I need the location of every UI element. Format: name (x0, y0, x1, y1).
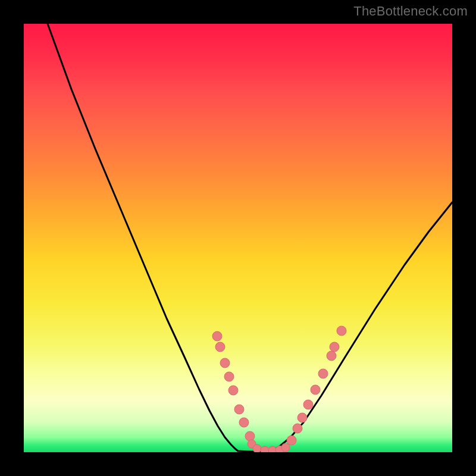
bottleneck-curve (48, 24, 452, 452)
data-marker (298, 413, 307, 422)
data-marker (220, 358, 230, 368)
data-marker (318, 369, 328, 378)
data-marker (330, 342, 339, 352)
data-marker (215, 342, 225, 352)
chart-frame: TheBottleneck.com (0, 0, 476, 476)
data-marker (327, 351, 336, 361)
data-marker (245, 431, 255, 441)
watermark-text: TheBottleneck.com (353, 4, 468, 19)
series-lines (48, 24, 452, 452)
data-marker (239, 418, 249, 427)
data-marker (287, 436, 296, 445)
data-marker (212, 331, 222, 341)
data-marker (293, 424, 302, 433)
data-marker (281, 443, 290, 452)
data-marker (303, 400, 313, 409)
data-marker (228, 386, 238, 395)
data-marker (337, 326, 346, 336)
data-marker (261, 446, 269, 452)
data-marker (234, 405, 244, 414)
chart-svg (24, 24, 452, 452)
data-marker (253, 444, 261, 452)
data-marker (311, 385, 320, 394)
plot-area (24, 24, 452, 452)
data-marker (224, 372, 234, 381)
